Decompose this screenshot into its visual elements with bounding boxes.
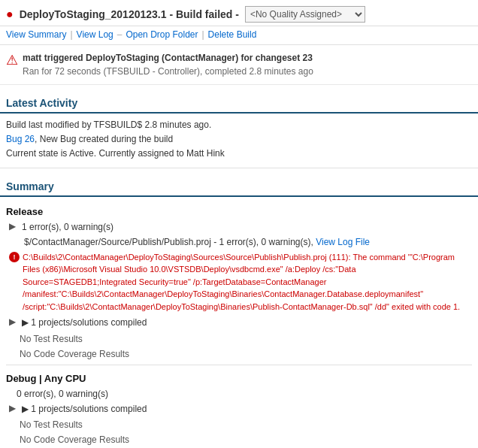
view-summary-link[interactable]: View Summary	[6, 29, 66, 40]
summary-header: Summary	[0, 174, 478, 197]
build-duration-line: Ran for 72 seconds (TFSBUILD - Controlle…	[23, 65, 313, 78]
sep1: |	[70, 29, 72, 40]
activity-line1: Build last modified by TFSBUILD$ 2.8 min…	[6, 118, 472, 132]
release-projects-arrow[interactable]: ▶	[9, 316, 16, 327]
activity-line2: Bug 26, New Bug created during the build	[6, 132, 472, 147]
error-item: ! C:\Builds\2\ContactManager\DeployToSta…	[9, 251, 472, 313]
view-log-file-link[interactable]: View Log File	[316, 237, 370, 247]
quality-select[interactable]: <No Quality Assigned>RejectedUnder Inves…	[245, 6, 365, 23]
build-trigger-line: matt triggered DeployToStaging (ContactM…	[23, 51, 313, 65]
debug-error-count: 0 error(s), 0 warning(s)	[17, 387, 472, 401]
latest-activity-header: Latest Activity	[0, 91, 478, 114]
latest-activity: Build last modified by TFSBUILD$ 2.8 min…	[0, 114, 478, 168]
delete-build-link[interactable]: Delete Build	[208, 29, 257, 40]
quality-dropdown-wrap: <No Quality Assigned>RejectedUnder Inves…	[245, 6, 365, 23]
page-title: DeployToStaging_20120123.1 - Build faile…	[20, 8, 239, 20]
debug-title: Debug | Any CPU	[6, 373, 472, 384]
error-dot-icon: !	[9, 252, 20, 262]
error-icon: ●	[6, 8, 14, 21]
bug-26-link[interactable]: Bug 26	[6, 134, 35, 144]
release-projects-row: ▶ ▶ 1 projects/solutions compiled	[9, 316, 472, 330]
header-bar: ● DeployToStaging_20120123.1 - Build fai…	[0, 0, 478, 26]
publish-proj-line: $/ContactManager/Source/Publish/Publish.…	[24, 235, 472, 250]
debug-no-test: No Test Results	[20, 417, 472, 432]
release-title: Release	[6, 206, 472, 217]
build-info: ⚠ matt triggered DeployToStaging (Contac…	[0, 45, 478, 85]
toolbar: View Summary | View Log – Open Drop Fold…	[0, 26, 478, 45]
debug-no-coverage: No Code Coverage Results	[20, 432, 472, 447]
summary-section: Release ▶ 1 error(s), 0 warning(s) $/Con…	[0, 197, 478, 448]
activity-line2-text: , New Bug created during the build	[35, 134, 173, 144]
release-errors-row: ▶ 1 error(s), 0 warning(s)	[9, 220, 472, 235]
activity-line3: Current state is Active. Currently assig…	[6, 147, 472, 161]
sep2: |	[201, 29, 204, 40]
view-log-link[interactable]: View Log	[77, 29, 113, 40]
debug-section: Debug | Any CPU 0 error(s), 0 warning(s)…	[6, 365, 472, 447]
publish-proj-text: $/ContactManager/Source/Publish/Publish.…	[24, 237, 313, 247]
open-drop-link[interactable]: Open Drop Folder	[126, 29, 198, 40]
dash1: –	[117, 29, 123, 40]
debug-projects-count: ▶ 1 projects/solutions compiled	[22, 402, 147, 416]
build-error-icon: ⚠	[6, 52, 18, 68]
build-info-text: matt triggered DeployToStaging (ContactM…	[23, 51, 313, 78]
release-no-coverage: No Code Coverage Results	[20, 347, 472, 362]
debug-projects-arrow[interactable]: ▶	[9, 403, 16, 413]
release-error-count: 1 error(s), 0 warning(s)	[22, 220, 113, 235]
release-expand-arrow[interactable]: ▶	[9, 221, 16, 232]
debug-projects-row: ▶ ▶ 1 projects/solutions compiled	[9, 402, 472, 416]
release-projects-count: ▶ 1 projects/solutions compiled	[22, 316, 147, 330]
release-error-message: C:\Builds\2\ContactManager\DeployToStagi…	[23, 251, 472, 313]
release-no-test: No Test Results	[20, 331, 472, 347]
